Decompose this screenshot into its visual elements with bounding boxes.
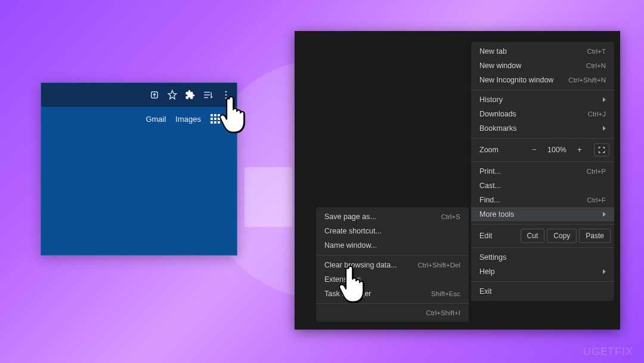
edit-label: Edit bbox=[479, 232, 518, 240]
menu-exit[interactable]: Exit bbox=[471, 284, 614, 299]
menu-label: More tools bbox=[479, 210, 514, 219]
apps-grid-icon[interactable] bbox=[210, 114, 220, 124]
menu-label: New window bbox=[479, 61, 521, 70]
menu-new-window[interactable]: New window Ctrl+N bbox=[471, 59, 614, 73]
menu-separator bbox=[471, 224, 614, 224]
menu-label: Cast... bbox=[479, 182, 501, 190]
copy-button[interactable]: Copy bbox=[547, 229, 577, 243]
menu-bookmarks[interactable]: Bookmarks bbox=[471, 121, 614, 136]
menu-label: Task manager bbox=[324, 290, 371, 298]
menu-separator bbox=[316, 255, 469, 256]
share-icon[interactable] bbox=[148, 89, 160, 101]
star-icon[interactable] bbox=[166, 89, 178, 101]
menu-label: Exit bbox=[479, 287, 492, 296]
zoom-out-button[interactable]: − bbox=[527, 146, 541, 154]
browser-right-window: New tab Ctrl+T New window Ctrl+N New Inc… bbox=[295, 31, 620, 330]
submenu-extensions[interactable]: Extensions bbox=[316, 272, 469, 287]
submenu-task-manager[interactable]: Task manager Shift+Esc bbox=[316, 287, 469, 301]
svg-point-1 bbox=[225, 91, 227, 93]
browser-left-window: Gmail Images bbox=[41, 82, 237, 256]
menu-shortcut: Ctrl+F bbox=[587, 196, 606, 204]
menu-label: Print... bbox=[479, 167, 501, 176]
menu-label: History bbox=[479, 96, 503, 104]
menu-new-tab[interactable]: New tab Ctrl+T bbox=[471, 44, 614, 59]
zoom-in-button[interactable]: + bbox=[572, 146, 587, 154]
menu-label: Bookmarks bbox=[479, 124, 517, 133]
menu-downloads[interactable]: Downloads Ctrl+J bbox=[471, 107, 614, 121]
submenu-save-page[interactable]: Save page as... Ctrl+S bbox=[316, 210, 469, 224]
menu-shortcut: Ctrl+P bbox=[587, 168, 606, 175]
zoom-percent: 100% bbox=[545, 146, 569, 154]
menu-cast[interactable]: Cast... bbox=[471, 179, 614, 193]
gmail-link[interactable]: Gmail bbox=[145, 115, 166, 124]
menu-separator bbox=[471, 161, 614, 162]
fullscreen-button[interactable] bbox=[594, 143, 609, 156]
menu-label: New tab bbox=[479, 47, 507, 56]
menu-label: Settings bbox=[479, 253, 506, 262]
menu-label: Name window... bbox=[324, 241, 377, 250]
menu-shortcut: Ctrl+Shift+I bbox=[426, 309, 460, 316]
menu-label: Extensions bbox=[324, 275, 361, 284]
chevron-right-icon bbox=[603, 97, 606, 102]
chevron-right-icon bbox=[603, 212, 606, 217]
menu-separator bbox=[471, 138, 614, 139]
menu-shortcut: Ctrl+S bbox=[441, 213, 460, 220]
submenu-name-window[interactable]: Name window... bbox=[316, 238, 469, 253]
images-link[interactable]: Images bbox=[175, 115, 201, 124]
chevron-right-icon bbox=[603, 126, 606, 131]
menu-separator bbox=[471, 281, 614, 282]
menu-edit-row: Edit Cut Copy Paste bbox=[471, 227, 614, 245]
watermark: UGⴹTFIX bbox=[583, 345, 633, 358]
menu-separator bbox=[471, 247, 614, 248]
svg-point-2 bbox=[225, 94, 227, 96]
submenu-dev-tools[interactable]: Ctrl+Shift+I bbox=[316, 306, 469, 319]
chevron-right-icon bbox=[603, 269, 606, 274]
submenu-clear-data[interactable]: Clear browsing data... Ctrl+Shift+Del bbox=[316, 258, 469, 272]
menu-shortcut: Ctrl+T bbox=[587, 48, 606, 55]
kebab-menu-icon[interactable] bbox=[220, 89, 232, 101]
menu-history[interactable]: History bbox=[471, 93, 614, 107]
menu-more-tools[interactable]: More tools bbox=[471, 207, 614, 222]
menu-print[interactable]: Print... Ctrl+P bbox=[471, 164, 614, 179]
menu-shortcut: Ctrl+Shift+N bbox=[568, 76, 606, 84]
reading-list-icon[interactable] bbox=[202, 89, 214, 101]
svg-point-3 bbox=[225, 97, 227, 99]
menu-shortcut: Ctrl+Shift+Del bbox=[417, 262, 460, 269]
menu-shortcut: Ctrl+J bbox=[588, 110, 606, 118]
left-toolbar bbox=[41, 83, 237, 107]
menu-shortcut: Ctrl+N bbox=[586, 62, 606, 69]
menu-label: Find... bbox=[479, 196, 500, 204]
menu-separator bbox=[316, 303, 469, 304]
menu-label: Downloads bbox=[479, 110, 516, 118]
menu-label: Clear browsing data... bbox=[324, 261, 397, 269]
puzzle-icon[interactable] bbox=[184, 89, 196, 101]
left-content-bar: Gmail Images bbox=[41, 107, 237, 124]
menu-label: New Incognito window bbox=[479, 76, 553, 84]
menu-find[interactable]: Find... Ctrl+F bbox=[471, 193, 614, 207]
menu-help[interactable]: Help bbox=[471, 264, 614, 279]
menu-new-incognito[interactable]: New Incognito window Ctrl+Shift+N bbox=[471, 73, 614, 87]
menu-zoom: Zoom − 100% + bbox=[471, 141, 614, 159]
menu-label: Create shortcut... bbox=[324, 227, 382, 235]
cut-button[interactable]: Cut bbox=[521, 229, 545, 243]
paste-button[interactable]: Paste bbox=[579, 229, 611, 243]
menu-separator bbox=[471, 90, 614, 90]
menu-label: Save page as... bbox=[324, 213, 376, 221]
menu-settings[interactable]: Settings bbox=[471, 250, 614, 264]
background-rect bbox=[244, 167, 292, 227]
menu-label: Help bbox=[479, 267, 495, 276]
menu-shortcut: Shift+Esc bbox=[431, 290, 460, 297]
zoom-label: Zoom bbox=[479, 146, 524, 154]
more-tools-submenu: Save page as... Ctrl+S Create shortcut..… bbox=[316, 207, 469, 322]
main-menu: New tab Ctrl+T New window Ctrl+N New Inc… bbox=[471, 42, 614, 301]
submenu-create-shortcut[interactable]: Create shortcut... bbox=[316, 224, 469, 238]
